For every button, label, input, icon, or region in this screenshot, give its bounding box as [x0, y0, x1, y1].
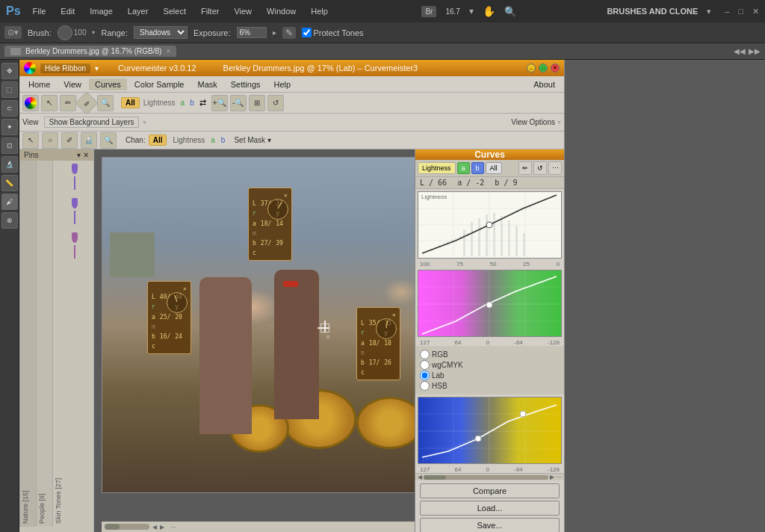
- cm-swap-icon[interactable]: ⇄: [199, 98, 206, 108]
- t2-pointer[interactable]: ↖: [22, 132, 39, 149]
- scroll-thumb-h[interactable]: [424, 475, 446, 480]
- lightness-curve-svg[interactable]: [418, 192, 560, 256]
- wgcmyk-radio[interactable]: [420, 360, 430, 370]
- ps-menu-filter[interactable]: Filter: [198, 5, 222, 17]
- crop-tool[interactable]: ⊡: [1, 137, 18, 154]
- curves-lightness-tab[interactable]: Lightness: [418, 162, 456, 174]
- h-scrollbar[interactable]: ◀ ▶ ⋯: [102, 522, 415, 532]
- a-curve-svg[interactable]: [418, 270, 560, 338]
- curves-all-tab[interactable]: All: [486, 162, 502, 174]
- chan-all-badge[interactable]: All: [149, 134, 167, 146]
- cm-menu-help[interactable]: Help: [268, 78, 297, 90]
- ps-menu-window[interactable]: Window: [264, 5, 299, 17]
- magic-wand-tool[interactable]: ✦: [1, 119, 18, 135]
- cm-about[interactable]: About: [527, 78, 561, 90]
- t2-eyedropper[interactable]: 🔬: [81, 132, 97, 149]
- range-select[interactable]: Shadows Midtones Highlights: [134, 26, 188, 39]
- ps-menu-edit[interactable]: Edit: [58, 5, 78, 17]
- cm-menu-settings[interactable]: Settings: [225, 78, 267, 90]
- pins-options-icon[interactable]: ▾ ✕: [77, 151, 89, 159]
- info-box-2-close[interactable]: ✕: [183, 285, 187, 293]
- hand-icon[interactable]: ✋: [483, 5, 495, 17]
- curve-tool-pencil[interactable]: ✏: [518, 161, 532, 175]
- curve-tool-options[interactable]: ⋯: [548, 161, 562, 175]
- scroll-left[interactable]: ◀: [418, 474, 422, 480]
- clone-tool[interactable]: ⊕: [1, 212, 18, 229]
- airbrush-icon[interactable]: ✎: [282, 27, 296, 39]
- lab-radio[interactable]: [420, 371, 430, 380]
- cm-menu-view[interactable]: View: [58, 78, 87, 90]
- brush-options-icon[interactable]: ⊙▾: [4, 26, 22, 39]
- hsb-radio[interactable]: [420, 381, 430, 391]
- cm-zoom-out-tool[interactable]: -🔍: [230, 95, 247, 111]
- ps-menu-layer[interactable]: Layer: [125, 5, 152, 17]
- scroll-right[interactable]: ▶: [550, 474, 554, 480]
- info-box-1-close[interactable]: ✕: [284, 191, 288, 200]
- cm-fit-tool[interactable]: ⊞: [249, 95, 265, 111]
- cm-zoom-in-tool[interactable]: +🔍: [211, 95, 228, 111]
- cm-menu-color-sample[interactable]: Color Sample: [128, 78, 191, 90]
- cm-search-tool[interactable]: 🔍: [97, 95, 114, 111]
- scroll-left-arrow[interactable]: ◀: [152, 524, 157, 531]
- ps-menu-select[interactable]: Select: [160, 5, 189, 17]
- brush-preview[interactable]: [58, 25, 72, 40]
- save-button[interactable]: Save...: [420, 518, 560, 532]
- info-box-3-close[interactable]: ✕: [392, 311, 396, 319]
- rgb-radio[interactable]: [420, 350, 430, 359]
- cm-pencil-tool[interactable]: ✏: [75, 91, 98, 114]
- exposure-slider-icon[interactable]: ▸: [273, 28, 276, 37]
- chan-b-label[interactable]: b: [221, 136, 226, 144]
- curves-scrollbar[interactable]: ◀ ▶ ⋯: [415, 473, 564, 480]
- pin-item-2[interactable]: [72, 198, 78, 208]
- restore-icon[interactable]: □: [738, 7, 743, 16]
- pins-group-skin[interactable]: Skin Tones [27]: [52, 161, 69, 527]
- magnify-icon[interactable]: 🔍: [504, 6, 516, 17]
- scroll-track[interactable]: [105, 524, 149, 530]
- doc-tab-close[interactable]: ×: [166, 47, 170, 55]
- exposure-input[interactable]: [237, 27, 267, 38]
- cm-all-chan-badge[interactable]: All: [121, 97, 140, 108]
- ps-menu-view[interactable]: View: [231, 5, 255, 17]
- cm-ribbon-arrow[interactable]: ▾: [95, 64, 99, 72]
- view-options-icon[interactable]: ▾: [143, 118, 146, 126]
- scroll-right-arrow[interactable]: ▶: [160, 524, 164, 531]
- image-canvas[interactable]: n ✕ L37/37 ry a18/14 m b27/39 c: [94, 149, 415, 532]
- panel-collapse-icon[interactable]: ◀◀: [734, 47, 746, 55]
- cm-maximize-btn[interactable]: □: [539, 64, 548, 72]
- set-mask-btn[interactable]: Set Mask ▾: [234, 136, 270, 144]
- pin-item-3[interactable]: [72, 232, 78, 243]
- cm-pen-tool[interactable]: ✏: [60, 95, 76, 111]
- ps-menu-image[interactable]: Image: [87, 5, 116, 17]
- load-button[interactable]: Load...: [420, 501, 560, 516]
- curves-b-tab[interactable]: b: [471, 162, 484, 174]
- scroll-extra[interactable]: ⋯: [170, 524, 176, 531]
- chan-lightness-label[interactable]: Lightness: [173, 136, 205, 144]
- cm-close-btn[interactable]: ✕: [551, 64, 560, 72]
- lasso-tool[interactable]: ⊂: [1, 100, 18, 117]
- cm-pointer-tool[interactable]: ↖: [41, 95, 58, 111]
- pins-group-nature[interactable]: Nature [15]: [19, 161, 36, 527]
- doc-tab[interactable]: Berkley Drummers.jpg @ 16.7% (RGB/8) ×: [4, 46, 176, 57]
- ps-menu-file[interactable]: File: [30, 5, 49, 17]
- b-curve-svg[interactable]: [418, 398, 560, 465]
- cm-icon-tool[interactable]: [22, 95, 39, 111]
- protect-tones-label[interactable]: Protect Tones: [302, 28, 364, 37]
- scroll-menu[interactable]: ⋯: [556, 474, 562, 480]
- scroll-thumb[interactable]: [105, 524, 120, 530]
- dropdown-icon[interactable]: ▾: [707, 7, 711, 16]
- chan-a-label[interactable]: a: [211, 136, 215, 144]
- scroll-track-h[interactable]: [424, 475, 548, 480]
- zoom-icon[interactable]: ▾: [469, 6, 474, 16]
- protect-tones-checkbox[interactable]: [302, 28, 312, 37]
- pins-group-people[interactable]: People [9]: [36, 161, 52, 527]
- cm-menu-home[interactable]: Home: [22, 78, 56, 90]
- cm-menu-curves[interactable]: Curves: [89, 78, 127, 90]
- lightness-curve-container[interactable]: Lightness: [418, 191, 562, 259]
- curve-tool-reset[interactable]: ↺: [533, 161, 547, 175]
- t2-pencil[interactable]: ✐: [61, 132, 78, 149]
- b-curve-container[interactable]: [418, 397, 562, 464]
- view-options-expand[interactable]: ▾: [557, 118, 561, 126]
- show-bg-layers-btn[interactable]: Show Background Layers: [44, 117, 140, 128]
- pin-item-1[interactable]: [72, 164, 78, 174]
- cm-hide-ribbon[interactable]: Hide Ribbon: [40, 64, 90, 73]
